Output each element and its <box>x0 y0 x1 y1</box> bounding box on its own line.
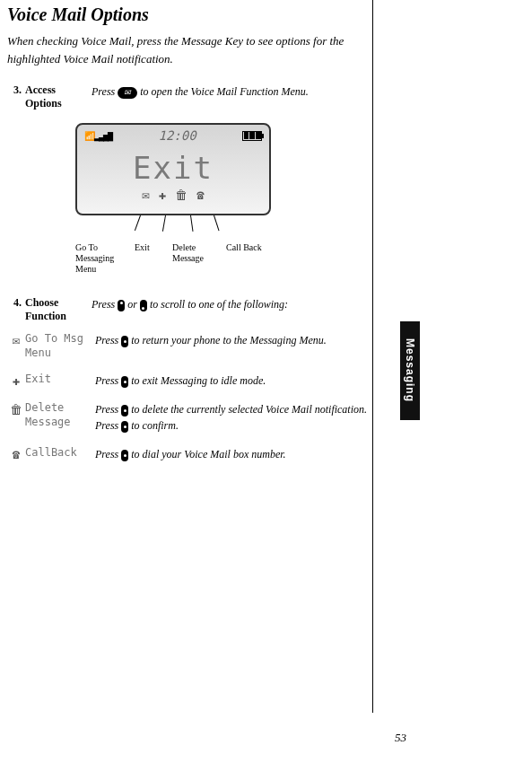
screen-main-text: Exit <box>77 150 269 186</box>
func-label: DeleteMessage <box>25 401 95 434</box>
msg-icon: ✉ <box>142 188 149 202</box>
phone-screen: 📶▂▃▅▇ 12:00 Exit ✉ ✚ 🗑 ☎ <box>75 123 271 215</box>
phone-screen-block: 📶▂▃▅▇ 12:00 Exit ✉ ✚ 🗑 ☎ Go To Messaging… <box>75 123 368 275</box>
delete-icon: 🗑 <box>175 188 188 202</box>
func-desc: Press to delete the currently selected V… <box>95 401 368 434</box>
callback-icon: ☎ <box>196 188 204 202</box>
step-desc: Press or to scroll to one of the followi… <box>92 296 368 323</box>
annot-goto: Go To Messaging Menu <box>75 242 135 275</box>
func-label: CallBack <box>25 446 95 462</box>
func-label: Go To MsgMenu <box>25 332 95 360</box>
down-icon <box>140 300 147 311</box>
page-number: 53 <box>395 731 406 745</box>
screen-time: 12:00 <box>158 128 196 143</box>
func-desc: Press to dial your Voice Mail box number… <box>95 446 368 462</box>
step-number: 4. <box>7 296 25 323</box>
screen-bottom-icons: ✉ ✚ 🗑 ☎ <box>77 188 269 202</box>
battery-icon <box>242 131 262 141</box>
step-label: Access Options <box>25 83 92 110</box>
phone-icon: ☎ <box>13 447 20 461</box>
step-4: 4. Choose Function Press or to scroll to… <box>7 296 368 323</box>
annot-delete: Delete Message <box>172 242 226 275</box>
step-3: 3. Access Options Press ✉ to open the Vo… <box>7 83 368 110</box>
trash-icon: 🗑 <box>10 402 22 417</box>
text: Press <box>92 85 118 98</box>
select-icon <box>121 376 128 388</box>
text: Press <box>92 298 118 311</box>
msg-menu-icon: ✉ <box>13 333 20 347</box>
step-desc: Press ✉ to open the Voice Mail Function … <box>92 83 368 110</box>
func-desc: Press to return your phone to the Messag… <box>95 332 368 360</box>
func-callback: ☎ CallBack Press to dial your Voice Mail… <box>7 446 368 462</box>
up-icon <box>118 300 125 311</box>
text: to open the Voice Mail Function Menu. <box>140 85 309 98</box>
func-desc: Press to exit Messaging to idle mode. <box>95 373 368 389</box>
exit-icon: ✚ <box>159 188 166 202</box>
intro-text: When checking Voice Mail, press the Mess… <box>7 32 368 67</box>
select-icon <box>121 421 128 433</box>
step-number: 3. <box>7 83 25 110</box>
annotation-labels: Go To Messaging Menu Exit Delete Message… <box>75 242 368 275</box>
text: to scroll to one of the following: <box>150 298 288 311</box>
exit-icon: ✚ <box>13 373 20 388</box>
step-label: Choose Function <box>25 296 92 323</box>
func-goto: ✉ Go To MsgMenu Press to return your pho… <box>7 332 368 360</box>
section-tab: Messaging <box>400 321 420 420</box>
envelope-icon: ✉ <box>118 87 137 99</box>
annot-exit: Exit <box>135 242 172 275</box>
select-icon <box>121 405 128 417</box>
annot-callback: Call Back <box>226 242 276 275</box>
vertical-divider <box>372 0 373 713</box>
func-delete: 🗑 DeleteMessage Press to delete the curr… <box>7 401 368 434</box>
text: or <box>127 298 140 311</box>
select-icon <box>121 336 128 347</box>
func-exit: ✚ Exit Press to exit Messaging to idle m… <box>7 373 368 389</box>
page-title: Voice Mail Options <box>7 4 368 25</box>
select-icon <box>121 450 128 461</box>
annotation-lines <box>75 215 368 241</box>
signal-icon: 📶▂▃▅▇ <box>84 131 112 141</box>
func-label: Exit <box>25 373 95 389</box>
